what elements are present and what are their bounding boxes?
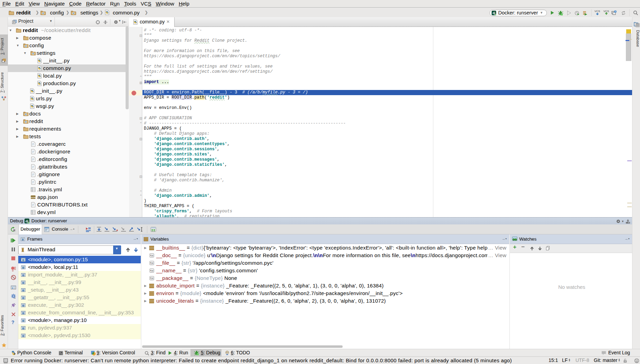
svg-text:VCS: VCS <box>594 10 600 13</box>
